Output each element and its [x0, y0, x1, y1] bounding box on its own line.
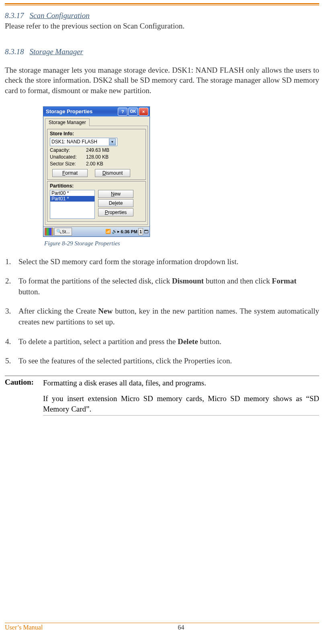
section-8-3-17-heading: 8.3.17 Scan Configuration: [5, 11, 319, 20]
section-title: Storage Manager: [30, 47, 84, 56]
caution-body: Formatting a disk erases all data, files…: [43, 378, 319, 416]
list-item[interactable]: Part01 *: [50, 196, 94, 202]
tray-icon[interactable]: 🔊▸: [112, 229, 120, 234]
storage-properties-window: Storage Properties ? OK × Storage Manage…: [43, 106, 319, 237]
section-8-3-18-body: The storage manager lets you manage stor…: [5, 65, 319, 96]
delete-button[interactable]: Delete: [98, 199, 133, 207]
taskbar-item[interactable]: 🔍St...: [54, 228, 72, 236]
tray-icon[interactable]: 🗔: [144, 229, 148, 234]
dismount-button[interactable]: Dismount: [95, 169, 130, 177]
partitions-label: Partitions:: [50, 183, 143, 189]
titlebar[interactable]: Storage Properties ? OK ×: [43, 107, 150, 116]
clock: 6:36 PM: [121, 229, 137, 234]
sector-size-value: 2.00 KB: [86, 161, 103, 167]
taskbar[interactable]: 🔍St... 📶 🔊▸ 6:36 PM 1 🗔: [43, 226, 150, 236]
new-button[interactable]: New: [98, 190, 133, 198]
caution-label: Caution:: [5, 378, 43, 416]
start-icon[interactable]: [45, 228, 53, 236]
device-value: DSK1: NAND FLASH: [51, 139, 97, 145]
step-4: To delete a partition, select a partitio…: [13, 336, 319, 347]
top-rule: [5, 3, 319, 6]
section-number: 8.3.17: [5, 11, 24, 20]
footer-page-number: 64: [43, 624, 319, 631]
step-3: After clicking the Create New button, ke…: [13, 306, 319, 327]
capacity-label: Capacity:: [50, 147, 86, 153]
figure-caption: Figure 8-29 Storage Properties: [44, 240, 319, 247]
chevron-down-icon: ▾: [109, 139, 116, 145]
page-footer: User’s Manual 64: [5, 623, 319, 631]
tab-storage-manager[interactable]: Storage Manager: [45, 118, 90, 126]
store-info-group: Store Info: DSK1: NAND FLASH ▾ Capacity:…: [47, 129, 146, 180]
device-select[interactable]: DSK1: NAND FLASH ▾: [50, 138, 117, 146]
tray-icon[interactable]: 📶: [105, 229, 111, 234]
ok-button[interactable]: OK: [128, 108, 138, 116]
partition-list[interactable]: Part00 * Part01 *: [50, 190, 95, 219]
close-button[interactable]: ×: [139, 108, 148, 116]
step-2: To format the partitions of the selected…: [13, 276, 319, 297]
partitions-group: Partitions: Part00 * Part01 * New Delete…: [47, 181, 146, 222]
caution-text-2: If you insert extension Micro SD memory …: [43, 393, 319, 414]
step-5: To see the features of the selected part…: [13, 356, 319, 367]
store-info-label: Store Info:: [50, 131, 143, 137]
indicator-icon[interactable]: 1: [138, 228, 143, 235]
footer-left: User’s Manual: [5, 624, 43, 631]
unallocated-value: 128.00 KB: [86, 154, 109, 160]
section-8-3-17-body: Please refer to the previous section on …: [5, 21, 319, 31]
window-title: Storage Properties: [46, 108, 117, 114]
help-button[interactable]: ?: [118, 108, 127, 116]
list-item[interactable]: Part00 *: [50, 190, 94, 196]
section-8-3-18-heading: 8.3.18 Storage Manager: [5, 47, 319, 56]
step-1: Select the SD memory card form the stora…: [13, 257, 319, 267]
capacity-value: 249.63 MB: [86, 147, 109, 153]
section-title: Scan Configuration: [30, 11, 90, 20]
properties-button[interactable]: Properties: [98, 208, 133, 216]
section-number: 8.3.18: [5, 47, 24, 56]
unallocated-label: Unallocated:: [50, 154, 86, 160]
sector-size-label: Sector Size:: [50, 161, 86, 167]
format-button[interactable]: Format: [52, 169, 88, 177]
caution-block: Caution: Formatting a disk erases all da…: [5, 375, 319, 416]
caution-text-1: Formatting a disk erases all data, files…: [43, 378, 319, 388]
steps-list: Select the SD memory card form the stora…: [5, 257, 319, 367]
